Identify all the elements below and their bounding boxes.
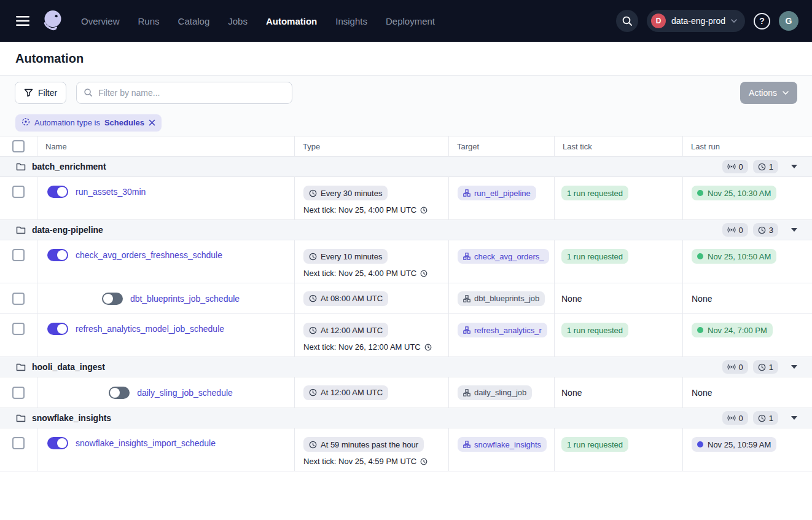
row-checkbox[interactable] — [12, 249, 25, 261]
help-icon[interactable]: ? — [754, 13, 770, 30]
filter-tag-text: Automation type is — [34, 118, 100, 127]
page-title: Automation — [15, 52, 84, 66]
last-run-badge[interactable]: Nov 24, 7:00 PM — [692, 323, 773, 337]
name-cell: run_assets_30min — [37, 177, 295, 219]
column-header-type: Type — [295, 136, 449, 156]
automation-type-filter-tag[interactable]: Automation type is Schedules — [15, 114, 162, 132]
select-all-checkbox[interactable] — [12, 140, 25, 152]
last-run-cell: Nov 24, 7:00 PM — [683, 314, 812, 357]
last-run-cell: None — [683, 283, 812, 313]
last-run-badge[interactable]: Nov 25, 10:30 AM — [692, 186, 776, 200]
nav-item-overview[interactable]: Overview — [81, 16, 120, 26]
schedule-type-badge: At 08:00 AM UTC — [303, 291, 388, 306]
nav-item-automation[interactable]: Automation — [266, 16, 317, 26]
top-nav: OverviewRunsCatalogJobsAutomationInsight… — [0, 0, 812, 42]
target-tag[interactable]: refresh_analytics_r — [458, 323, 547, 337]
schedule-toggle[interactable] — [102, 293, 123, 305]
schedule-name-link[interactable]: daily_sling_job_schedule — [137, 387, 233, 399]
schedule-toggle[interactable] — [47, 186, 68, 198]
schedule-type-badge: At 12:00 AM UTC — [303, 385, 388, 400]
filter-button[interactable]: Filter — [15, 82, 66, 104]
clock-icon — [309, 189, 317, 197]
schedule-name-link[interactable]: dbt_blueprints_job_schedule — [130, 293, 240, 305]
schedule-type-badge: At 12:00 AM UTC — [303, 323, 388, 337]
sensor-icon — [727, 163, 736, 170]
group-header-row[interactable]: data-eng-pipeline 0 3 — [0, 220, 812, 240]
schedule-toggle[interactable] — [47, 323, 68, 335]
job-graph-icon — [463, 295, 470, 302]
last-run-cell: Nov 25, 10:59 AM — [683, 428, 812, 471]
collapse-caret-icon[interactable] — [791, 365, 797, 369]
nav-item-deployment[interactable]: Deployment — [386, 16, 435, 26]
collapse-caret-icon[interactable] — [791, 165, 797, 168]
actions-button[interactable]: Actions — [740, 82, 797, 104]
nav-item-catalog[interactable]: Catalog — [178, 16, 210, 26]
row-select-cell — [0, 177, 37, 219]
row-checkbox[interactable] — [12, 186, 25, 198]
schedule-toggle[interactable] — [47, 437, 68, 449]
schedule-name-link[interactable]: refresh_analytics_model_job_schedule — [76, 323, 224, 335]
nav-item-insights[interactable]: Insights — [335, 16, 367, 26]
target-label: refresh_analytics_r — [474, 326, 542, 335]
table-row: dbt_blueprints_job_schedule At 08:00 AM … — [0, 283, 812, 314]
last-run-label: Nov 24, 7:00 PM — [708, 326, 767, 335]
schedule-count: 1 — [769, 363, 773, 372]
sensor-count: 0 — [739, 414, 743, 423]
type-cell: At 59 minutes past the hour Next tick: N… — [295, 428, 449, 471]
filter-by-name-input[interactable] — [76, 82, 292, 104]
clock-icon — [758, 226, 766, 234]
nav-item-jobs[interactable]: Jobs — [228, 16, 248, 26]
row-checkbox[interactable] — [12, 293, 25, 305]
filter-button-label: Filter — [38, 88, 57, 98]
target-tag[interactable]: check_avg_orders_ — [458, 249, 549, 264]
group-header-row[interactable]: batch_enrichment 0 1 — [0, 157, 812, 177]
target-label: snowflake_insights — [474, 440, 541, 449]
last-tick-badge: 1 run requested — [561, 186, 628, 200]
last-run-badge[interactable]: Nov 25, 10:50 AM — [692, 249, 776, 264]
close-icon[interactable] — [149, 119, 155, 126]
job-graph-icon — [463, 253, 470, 260]
group-header-row[interactable]: hooli_data_ingest 0 1 — [0, 357, 812, 377]
avatar[interactable]: G — [779, 11, 798, 31]
search-icon[interactable] — [616, 10, 638, 32]
collapse-caret-icon[interactable] — [791, 416, 797, 420]
schedule-toggle[interactable] — [47, 249, 68, 261]
clock-icon — [309, 441, 317, 449]
schedule-count-badge: 3 — [753, 223, 778, 237]
chevron-down-icon — [731, 19, 737, 23]
schedule-toggle[interactable] — [109, 387, 130, 399]
last-run-none: None — [692, 388, 712, 398]
table-row: check_avg_orders_freshness_schdule Every… — [0, 240, 812, 283]
schedule-name-link[interactable]: check_avg_orders_freshness_schdule — [76, 249, 222, 261]
schedule-name-link[interactable]: snowflake_insights_import_schedule — [76, 437, 216, 449]
target-tag[interactable]: run_etl_pipeline — [458, 186, 536, 200]
schedule-count-badge: 1 — [753, 411, 778, 425]
name-cell: refresh_analytics_model_job_schedule — [37, 314, 295, 357]
clock-icon — [424, 344, 432, 351]
target-tag[interactable]: dbt_blueprints_job — [458, 291, 545, 306]
row-checkbox[interactable] — [12, 437, 25, 449]
last-tick-cell: None — [555, 377, 683, 408]
menu-icon[interactable] — [14, 14, 32, 28]
last-run-badge[interactable]: Nov 25, 10:59 AM — [692, 437, 776, 452]
collapse-caret-icon[interactable] — [791, 228, 797, 232]
schedule-count-badge: 1 — [753, 160, 778, 173]
schedule-name-link[interactable]: run_assets_30min — [76, 186, 146, 198]
name-cell: dbt_blueprints_job_schedule — [37, 283, 295, 313]
target-label: dbt_blueprints_job — [474, 294, 539, 303]
row-checkbox[interactable] — [12, 323, 25, 335]
type-cell: Every 30 minutes Next tick: Nov 25, 4:00… — [295, 177, 449, 219]
clock-icon — [758, 163, 766, 171]
toolbar: Filter Actions — [0, 76, 812, 109]
target-tag[interactable]: snowflake_insights — [458, 437, 547, 452]
target-tag[interactable]: daily_sling_job — [458, 385, 532, 400]
row-checkbox[interactable] — [12, 387, 25, 399]
nav-item-runs[interactable]: Runs — [138, 16, 160, 26]
clock-icon — [309, 294, 317, 302]
job-graph-icon — [463, 326, 470, 334]
group-header-row[interactable]: snowflake_insights 0 1 — [0, 408, 812, 428]
run-status-dot-icon — [697, 327, 703, 333]
dagster-logo-icon[interactable] — [41, 9, 65, 33]
schedule-type-badge: Every 10 minutes — [303, 249, 388, 264]
deployment-switcher[interactable]: D data-eng-prod — [647, 10, 745, 32]
